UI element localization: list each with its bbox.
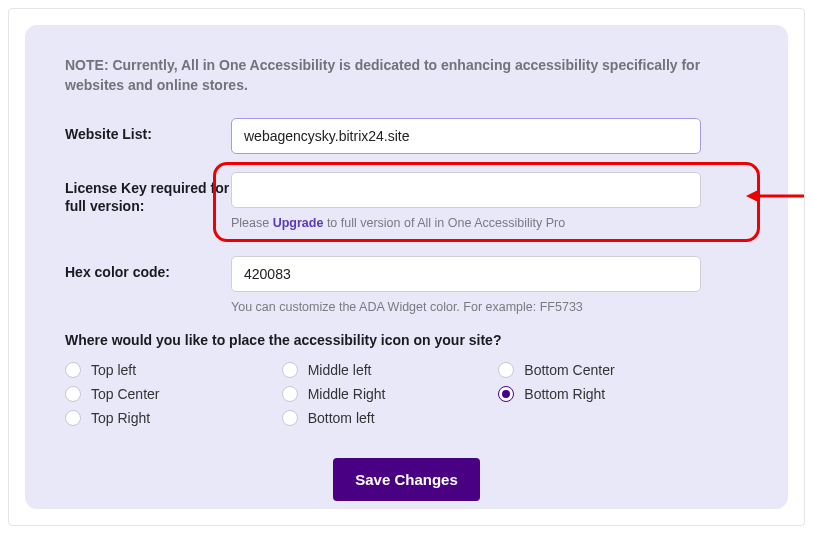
upgrade-link[interactable]: Upgrade <box>273 216 324 230</box>
hex-label: Hex color code: <box>65 256 231 314</box>
radio-middle-right[interactable]: Middle Right <box>282 386 489 402</box>
radio-label: Bottom Right <box>524 386 605 402</box>
radio-dot-icon <box>65 386 81 402</box>
save-button[interactable]: Save Changes <box>333 458 480 501</box>
license-help-prefix: Please <box>231 216 273 230</box>
radio-dot-icon <box>282 386 298 402</box>
row-website: Website List: <box>65 118 748 154</box>
radio-bottom-center[interactable]: Bottom Center <box>498 362 705 378</box>
radio-label: Bottom left <box>308 410 375 426</box>
radio-top-left[interactable]: Top left <box>65 362 272 378</box>
radio-dot-icon <box>498 362 514 378</box>
note-text: NOTE: Currently, All in One Accessibilit… <box>65 55 715 96</box>
row-hex: Hex color code: You can customize the AD… <box>65 256 748 314</box>
radio-label: Top Right <box>91 410 150 426</box>
placement-question: Where would you like to place the access… <box>65 332 748 348</box>
radio-dot-icon <box>282 410 298 426</box>
radio-middle-left[interactable]: Middle left <box>282 362 489 378</box>
radio-label: Middle left <box>308 362 372 378</box>
row-license: License Key required for full version: P… <box>65 172 748 230</box>
license-label: License Key required for full version: <box>65 172 231 230</box>
radio-label: Top Center <box>91 386 159 402</box>
website-input[interactable] <box>231 118 701 154</box>
placement-options: Top leftMiddle leftBottom CenterTop Cent… <box>65 362 705 426</box>
radio-top-right[interactable]: Top Right <box>65 410 272 426</box>
hex-help: You can customize the ADA Widget color. … <box>231 300 701 314</box>
radio-bottom-right[interactable]: Bottom Right <box>498 386 705 402</box>
settings-panel: NOTE: Currently, All in One Accessibilit… <box>25 25 788 509</box>
radio-dot-icon <box>65 362 81 378</box>
radio-label: Top left <box>91 362 136 378</box>
radio-dot-icon <box>282 362 298 378</box>
radio-dot-icon <box>65 410 81 426</box>
radio-label: Bottom Center <box>524 362 614 378</box>
radio-top-center[interactable]: Top Center <box>65 386 272 402</box>
license-help-suffix: to full version of All in One Accessibil… <box>323 216 565 230</box>
license-input[interactable] <box>231 172 701 208</box>
license-help: Please Upgrade to full version of All in… <box>231 216 701 230</box>
radio-dot-icon <box>498 386 514 402</box>
radio-bottom-left[interactable]: Bottom left <box>282 410 489 426</box>
website-label: Website List: <box>65 118 231 154</box>
hex-input[interactable] <box>231 256 701 292</box>
radio-label: Middle Right <box>308 386 386 402</box>
